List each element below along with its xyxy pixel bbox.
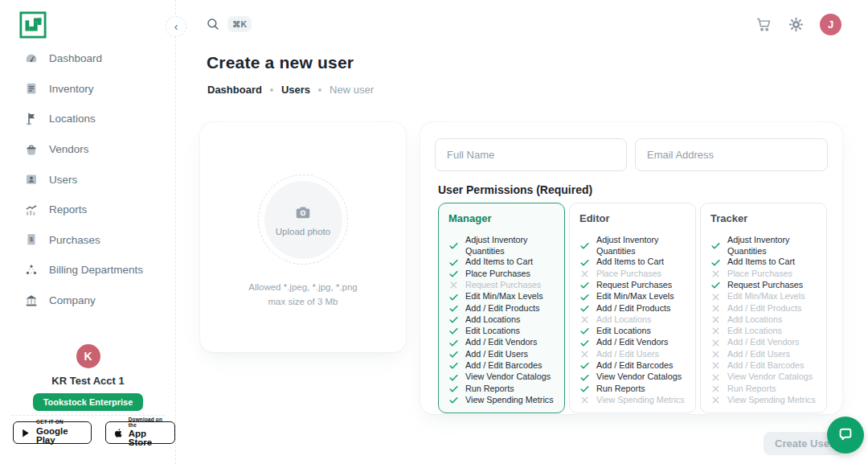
full-name-input[interactable] xyxy=(435,138,627,171)
sidebar-item-users[interactable]: Users xyxy=(0,164,176,195)
permission-label: Add Locations xyxy=(596,314,651,326)
sidebar-item-label: Users xyxy=(49,174,77,186)
check-icon xyxy=(448,338,459,348)
permission-card-tracker[interactable]: TrackerAdjust Inventory QuantitiesAdd It… xyxy=(700,203,827,413)
cart-icon[interactable] xyxy=(755,16,772,33)
sidebar-item-label: Vendors xyxy=(49,143,89,155)
breadcrumb-item-users[interactable]: Users xyxy=(281,84,310,96)
x-icon xyxy=(710,338,721,348)
sidebar-item-label: Company xyxy=(49,294,96,306)
sidebar-item-inventory[interactable]: Inventory xyxy=(0,74,176,105)
permission-label: View Vendor Catalogs xyxy=(465,372,551,383)
check-icon xyxy=(448,240,459,251)
email-input[interactable] xyxy=(635,138,828,171)
sidebar-item-locations[interactable]: Locations xyxy=(0,104,176,134)
breadcrumb-item-dashboard[interactable]: Dashboard xyxy=(207,84,262,96)
permission-list: Adjust Inventory QuantitiesAdd Items to … xyxy=(448,235,558,406)
check-icon xyxy=(448,326,459,336)
permission-label: Request Purchases xyxy=(465,280,541,291)
upload-dropzone: Upload photo xyxy=(258,175,348,265)
permission-label: View Vendor Catalogs xyxy=(596,372,682,383)
permission-row-add-edit-vendors: Add / Edit Vendors xyxy=(579,337,689,348)
chat-bubble-icon xyxy=(837,426,854,444)
account-plan-badge: Tookstock Enterprise xyxy=(33,393,144,411)
x-icon xyxy=(710,395,721,405)
check-icon xyxy=(448,269,459,279)
permission-label: Add Items to Cart xyxy=(596,257,664,268)
check-icon xyxy=(448,303,459,314)
permission-card-editor[interactable]: EditorAdjust Inventory QuantitiesAdd Ite… xyxy=(569,203,696,413)
permission-row-edit-min-max-levels: Edit Min/Max Levels xyxy=(710,291,820,302)
breadcrumb-separator xyxy=(270,88,273,92)
permission-row-place-purchases: Place Purchases xyxy=(579,268,689,279)
permission-row-adjust-inventory-quantities: Adjust Inventory Quantities xyxy=(579,235,689,257)
permission-row-add-edit-products: Add / Edit Products xyxy=(710,302,820,314)
permission-label: Add / Edit Barcodes xyxy=(596,360,673,372)
permission-label: Run Reports xyxy=(465,384,514,395)
chat-widget-button[interactable] xyxy=(827,417,864,454)
gear-icon[interactable] xyxy=(788,16,805,33)
google-play-label: Google Play xyxy=(36,427,84,446)
page-title: Create a new user xyxy=(207,53,354,72)
permission-row-add-locations: Add Locations xyxy=(579,314,689,325)
search-shortcut-badge: ⌘K xyxy=(227,16,252,32)
check-icon xyxy=(710,240,721,251)
permission-row-view-spending-metrics: View Spending Metrics xyxy=(579,395,689,406)
app-store-label: App Store xyxy=(129,429,167,448)
sidebar-item-purchases[interactable]: $Purchases xyxy=(0,225,176,256)
app-store-text: Download on the App Store xyxy=(129,417,167,448)
sidebar-item-label: Purchases xyxy=(49,234,100,246)
permission-card-manager[interactable]: ManagerAdjust Inventory QuantitiesAdd It… xyxy=(438,203,565,413)
sidebar-item-billing-departments[interactable]: Billing Departments xyxy=(0,255,176,285)
permission-label: Add Locations xyxy=(727,314,782,326)
permission-label: Edit Min/Max Levels xyxy=(596,291,674,302)
sidebar-item-dashboard[interactable]: Dashboard xyxy=(0,43,176,74)
breadcrumb-item-new-user: New user xyxy=(330,84,374,96)
permission-row-add-edit-barcodes: Add / Edit Barcodes xyxy=(579,360,689,372)
check-icon xyxy=(710,280,721,290)
permission-label: Place Purchases xyxy=(727,269,792,280)
check-icon xyxy=(579,384,590,394)
sidebar-item-company[interactable]: Company xyxy=(0,285,176,316)
permission-label: Edit Locations xyxy=(727,326,782,337)
permission-row-edit-min-max-levels: Edit Min/Max Levels xyxy=(579,291,689,302)
sidebar-item-label: Locations xyxy=(49,113,96,125)
x-icon xyxy=(710,384,721,394)
check-icon xyxy=(448,292,459,302)
permission-card-title: Editor xyxy=(579,212,689,224)
upload-photo-button[interactable]: Upload photo xyxy=(264,181,342,259)
account-section: K KR Test Acct 1 Tookstock Enterprise xyxy=(0,344,176,411)
permission-row-add-edit-vendors: Add / Edit Vendors xyxy=(710,337,820,348)
check-icon xyxy=(579,280,590,290)
chevron-left-icon: ‹ xyxy=(174,21,178,32)
sidebar-item-vendors[interactable]: Vendors xyxy=(0,134,176,165)
permission-row-edit-locations: Edit Locations xyxy=(710,326,820,337)
permission-row-place-purchases: Place Purchases xyxy=(710,268,820,279)
x-icon xyxy=(448,280,459,290)
x-icon xyxy=(710,292,721,302)
permission-row-edit-min-max-levels: Edit Min/Max Levels xyxy=(448,291,558,302)
permission-row-request-purchases: Request Purchases xyxy=(579,280,689,291)
permission-row-add-locations: Add Locations xyxy=(710,314,820,325)
app-store-button[interactable]: Download on the App Store xyxy=(105,421,175,444)
sidebar-item-reports[interactable]: Reports xyxy=(0,195,176,225)
form-inputs xyxy=(435,138,828,171)
permission-row-view-spending-metrics: View Spending Metrics xyxy=(448,395,558,406)
permission-row-run-reports: Run Reports xyxy=(710,383,820,394)
check-icon xyxy=(448,360,459,371)
x-icon xyxy=(710,372,721,383)
search-button[interactable]: ⌘K xyxy=(206,16,252,32)
permission-row-view-vendor-catalogs: View Vendor Catalogs xyxy=(710,372,820,383)
flag-icon xyxy=(24,112,39,126)
sidebar: DashboardInventoryLocationsVendorsUsersR… xyxy=(0,0,176,464)
google-play-tagline: GET IT ON xyxy=(36,420,84,425)
app-logo-icon[interactable] xyxy=(19,11,47,39)
user-avatar[interactable]: J xyxy=(820,14,841,35)
topbar-actions: J xyxy=(755,14,841,35)
sidebar-item-label: Billing Departments xyxy=(49,264,143,276)
permission-label: View Spending Metrics xyxy=(727,395,816,406)
google-play-button[interactable]: GET IT ON Google Play xyxy=(13,421,92,444)
account-avatar[interactable]: K xyxy=(76,344,100,368)
sidebar-collapse-button[interactable]: ‹ xyxy=(166,16,186,37)
check-icon xyxy=(579,303,590,314)
